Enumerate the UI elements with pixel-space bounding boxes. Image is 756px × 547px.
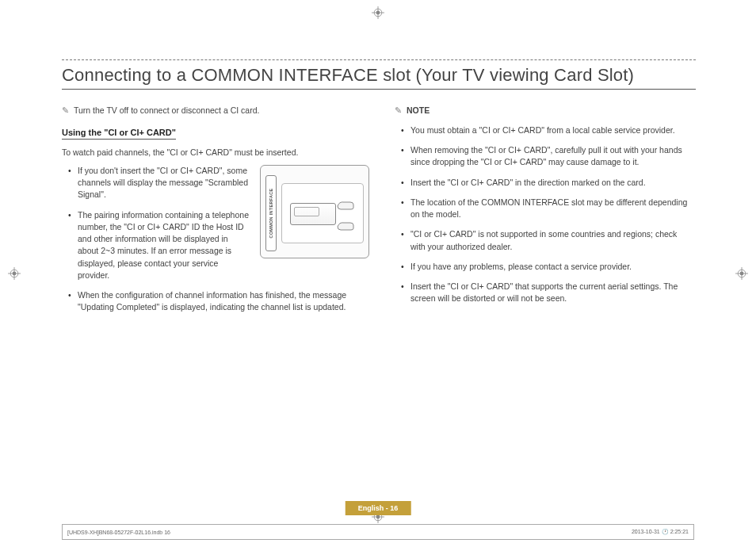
list-item: You must obtain a "CI or CI+ CARD" from … xyxy=(395,124,692,136)
pencil-icon: ✎ xyxy=(395,106,402,115)
indd-filename: [UHDS9-XH]BN68-05272F-02L16.indb 16 xyxy=(67,530,170,535)
top-note: ✎ Turn the TV off to connect or disconne… xyxy=(62,105,371,115)
ci-card-icon xyxy=(290,203,336,225)
top-note-text: Turn the TV off to connect or disconnect… xyxy=(74,105,259,115)
print-footer: [UHDS9-XH]BN68-05272F-02L16.indb 16 2013… xyxy=(62,524,694,540)
list-item: If you don't insert the "CI or CI+ CARD"… xyxy=(62,165,249,201)
registration-mark-icon xyxy=(735,267,748,280)
left-bullets-full: When the configuration of channel inform… xyxy=(62,289,371,313)
registration-mark-icon xyxy=(8,267,21,280)
print-timestamp: 2013-10-31 🕐 2:25:21 xyxy=(632,529,689,535)
list-item: Insert the "CI or CI+ CARD" that support… xyxy=(395,281,692,304)
list-item: When removing the "CI or CI+ CARD", care… xyxy=(395,144,692,168)
right-column: ✎ NOTE You must obtain a "CI or CI+ CARD… xyxy=(395,105,692,321)
right-bullets: You must obtain a "CI or CI+ CARD" from … xyxy=(395,124,692,304)
list-item: The location of the COMMON INTERFACE slo… xyxy=(395,197,692,220)
note-label: NOTE xyxy=(407,105,430,115)
left-bullets-top: If you don't insert the "CI or CI+ CARD"… xyxy=(62,165,249,281)
list-item: The pairing information containing a tel… xyxy=(62,209,249,281)
registration-mark-icon xyxy=(372,6,384,19)
dashed-rule xyxy=(62,59,696,60)
hand-icon xyxy=(336,197,355,211)
left-intro: To watch paid channels, the "CI or CI+ C… xyxy=(62,147,371,157)
ci-card-diagram: COMMON INTERFACE xyxy=(260,165,369,258)
list-item: If you have any problems, please contact… xyxy=(395,261,692,273)
list-item: Insert the "CI or CI+ CARD" in the direc… xyxy=(395,177,692,189)
page-number-label: English - 16 xyxy=(346,501,411,515)
slot-outline: COMMON INTERFACE xyxy=(265,175,277,251)
hand-icon xyxy=(336,217,355,231)
pencil-icon: ✎ xyxy=(62,106,69,115)
page-title: Connecting to a COMMON INTERFACE slot (Y… xyxy=(62,65,696,90)
page-content: Connecting to a COMMON INTERFACE slot (Y… xyxy=(62,59,696,321)
list-item: "CI or CI+ CARD" is not supported in som… xyxy=(395,228,692,252)
card-area xyxy=(281,183,364,243)
left-subheading: Using the "CI or CI+ CARD" xyxy=(62,128,176,140)
left-column: ✎ Turn the TV off to connect or disconne… xyxy=(62,105,371,321)
note-heading: ✎ NOTE xyxy=(395,105,692,115)
list-item: When the configuration of channel inform… xyxy=(62,289,371,313)
slot-label: COMMON INTERFACE xyxy=(269,188,273,238)
